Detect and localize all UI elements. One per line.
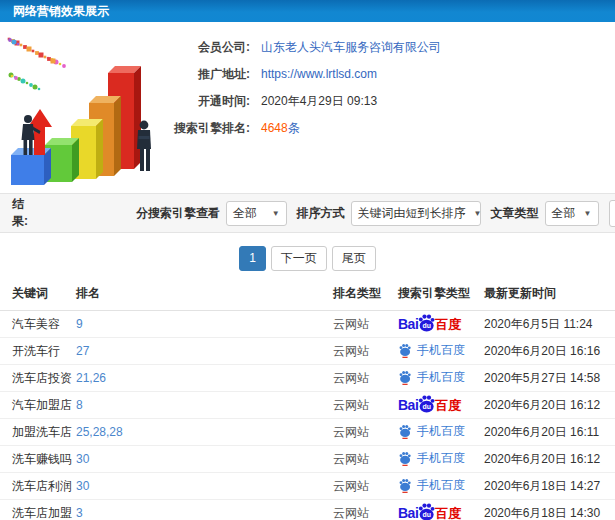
rank-cell[interactable]: 8 xyxy=(76,392,333,419)
filter-band: 结果: 分搜索引擎查看 全部 ▼ 排序方式 关键词由短到长排序 ▼ 文章类型 全… xyxy=(0,193,615,233)
svg-text:du: du xyxy=(423,322,431,329)
engine-type-cell: Bai du 百度 xyxy=(398,473,484,500)
svg-text:du: du xyxy=(423,511,431,518)
baidu-paw-icon: du xyxy=(417,394,436,413)
keyword-cell: 洗车店利润 xyxy=(0,473,76,500)
promo-url-label: 推广地址: xyxy=(162,66,250,83)
updated-cell: 2020年6月20日 16:11 xyxy=(484,419,615,446)
mobile-baidu-badge: 手机百度 xyxy=(398,342,465,359)
confetti-dots xyxy=(8,38,66,91)
page-1-button[interactable]: 1 xyxy=(239,246,266,271)
rank-type-cell: 云网站 xyxy=(333,500,398,520)
mobile-baidu-badge: 手机百度 xyxy=(398,477,465,494)
open-time-label: 开通时间: xyxy=(162,93,250,110)
updated-cell: 2020年5月27日 14:58 xyxy=(484,365,615,392)
rank-cell[interactable]: 9 xyxy=(76,311,333,338)
results-table: 关键词 排名 排名类型 搜索引擎类型 最新更新时间 汽车美容 9 云网站 Bai xyxy=(0,280,615,520)
keyword-cell: 洗车店加盟 xyxy=(0,500,76,520)
baidu-bai-text: Bai xyxy=(398,317,418,331)
title-bar: 网络营销效果展示 xyxy=(0,0,615,22)
rank-type-cell: 云网站 xyxy=(333,338,398,365)
keyword-cell: 开洗车行 xyxy=(0,338,76,365)
top-section: 会员公司: 山东老人头汽车服务咨询有限公司 推广地址: https://www.… xyxy=(0,22,615,193)
baidu-bai-text: Bai xyxy=(398,398,418,412)
rank-type-cell: 云网站 xyxy=(333,365,398,392)
filter-controls: 分搜索引擎查看 全部 ▼ 排序方式 关键词由短到长排序 ▼ 文章类型 全部 ▼ … xyxy=(136,200,615,227)
rank-cell[interactable]: 30 xyxy=(76,473,333,500)
rank-type-header: 排名类型 xyxy=(333,280,398,311)
next-page-button[interactable]: 下一页 xyxy=(271,246,327,271)
updated-cell: 2020年6月20日 16:12 xyxy=(484,446,615,473)
table-row: 加盟洗车店 25,28,28 云网站 Bai du 百度 xyxy=(0,419,615,446)
chevron-down-icon: ▼ xyxy=(272,209,280,218)
engine-filter-select[interactable]: 全部 ▼ xyxy=(226,201,287,226)
svg-text:du: du xyxy=(423,403,431,410)
chevron-down-icon: ▼ xyxy=(474,209,482,218)
mobile-baidu-badge: 手机百度 xyxy=(398,369,465,386)
engine-rank-unit: 条 xyxy=(288,121,300,135)
member-company-link[interactable]: 山东老人头汽车服务咨询有限公司 xyxy=(261,40,441,54)
baidu-paw-icon: du xyxy=(417,313,436,332)
engine-rank-row: 搜索引擎排名: 4648条 xyxy=(162,119,615,137)
results-table-body: 汽车美容 9 云网站 Bai du 百度 xyxy=(0,311,615,520)
mobile-baidu-badge: 手机百度 xyxy=(398,450,465,467)
sort-label: 排序方式 xyxy=(297,205,345,222)
table-row: 洗车店投资 21,26 云网站 Bai du 百度 xyxy=(0,365,615,392)
rank-cell[interactable]: 30 xyxy=(76,446,333,473)
table-row: 洗车赚钱吗 30 云网站 Bai du 百度 xyxy=(0,446,615,473)
rank-type-cell: 云网站 xyxy=(333,473,398,500)
last-page-button[interactable]: 尾页 xyxy=(332,246,376,271)
article-type-select[interactable]: 全部 ▼ xyxy=(545,201,599,226)
engine-type-cell: Bai du 百度 xyxy=(398,392,484,419)
keyword-header: 关键词 xyxy=(0,280,76,311)
baidu-cn-text: 百度 xyxy=(435,318,461,331)
updated-cell: 2020年6月20日 16:12 xyxy=(484,392,615,419)
promo-url-row: 推广地址: https://www.lrtlsd.com xyxy=(162,65,615,83)
engine-type-cell: Bai du 百度 xyxy=(398,419,484,446)
rank-type-cell: 云网站 xyxy=(333,311,398,338)
account-info: 会员公司: 山东老人头汽车服务咨询有限公司 推广地址: https://www.… xyxy=(162,33,615,193)
sort-select[interactable]: 关键词由短到长排序 ▼ xyxy=(351,201,481,226)
rank-cell[interactable]: 3 xyxy=(76,500,333,520)
open-time-value: 2020年4月29日 09:13 xyxy=(261,93,377,110)
baidu-logo: Bai du 百度 xyxy=(398,397,461,413)
table-row: 洗车店加盟 3 云网站 Bai du 百度 xyxy=(0,500,615,520)
article-type-value: 全部 xyxy=(552,205,576,222)
mobile-baidu-label: 手机百度 xyxy=(417,477,465,494)
engine-rank-label: 搜索引擎排名: xyxy=(162,120,250,137)
baidu-cn-text: 百度 xyxy=(435,399,461,412)
keyword-cell: 洗车赚钱吗 xyxy=(0,446,76,473)
member-company-label: 会员公司: xyxy=(162,39,250,56)
engine-rank-count: 4648 xyxy=(261,121,288,135)
engine-type-cell: Bai du 百度 xyxy=(398,500,484,520)
baidu-bai-text: Bai xyxy=(398,506,418,520)
open-time-row: 开通时间: 2020年4月29日 09:13 xyxy=(162,92,615,110)
result-label: 结果: xyxy=(12,196,28,230)
growth-chart-illustration xyxy=(0,33,162,191)
submit-button[interactable]: 提交 xyxy=(609,200,615,227)
keyword-cell: 汽车加盟店 xyxy=(0,392,76,419)
chevron-down-icon: ▼ xyxy=(584,209,592,218)
keyword-cell: 加盟洗车店 xyxy=(0,419,76,446)
engine-type-cell: Bai du 百度 xyxy=(398,365,484,392)
page-title: 网络营销效果展示 xyxy=(13,4,109,18)
updated-cell: 2020年6月18日 14:30 xyxy=(484,500,615,520)
baidu-paw-icon: du xyxy=(417,502,436,520)
promo-url-link[interactable]: https://www.lrtlsd.com xyxy=(261,67,377,81)
mobile-baidu-icon xyxy=(398,343,412,358)
rank-cell[interactable]: 25,28,28 xyxy=(76,419,333,446)
pagination: 1 下一页 尾页 xyxy=(0,246,615,271)
baidu-logo: Bai du 百度 xyxy=(398,505,461,520)
table-header-row: 关键词 排名 排名类型 搜索引擎类型 最新更新时间 xyxy=(0,280,615,311)
rank-cell[interactable]: 21,26 xyxy=(76,365,333,392)
mobile-baidu-icon xyxy=(398,424,412,439)
rank-cell[interactable]: 27 xyxy=(76,338,333,365)
updated-header: 最新更新时间 xyxy=(484,280,615,311)
table-row: 开洗车行 27 云网站 Bai du 百度 xyxy=(0,338,615,365)
baidu-cn-text: 百度 xyxy=(435,507,461,520)
member-company-row: 会员公司: 山东老人头汽车服务咨询有限公司 xyxy=(162,38,615,56)
rank-type-cell: 云网站 xyxy=(333,419,398,446)
mobile-baidu-label: 手机百度 xyxy=(417,342,465,359)
mobile-baidu-badge: 手机百度 xyxy=(398,423,465,440)
mobile-baidu-icon xyxy=(398,370,412,385)
